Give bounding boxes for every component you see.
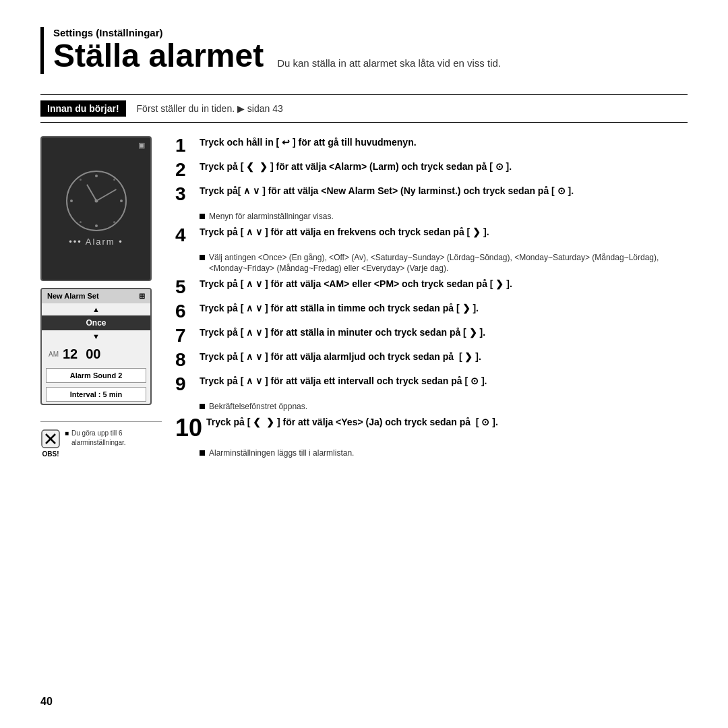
clock-dot-12 [95, 175, 98, 177]
header-subtitle: Settings (Inställningar) [53, 27, 688, 38]
step-6: 6 Tryck på [ ∧ ∨ ] för att ställa in tim… [175, 302, 688, 321]
clock-center [94, 199, 98, 202]
step-3-sub-text: Menyn för alarminställningar visas. [209, 211, 334, 222]
step-9-sub: Bekräftelsefönstret öppnas. [200, 401, 688, 413]
step-5-num: 5 [175, 278, 195, 297]
obs-icon [40, 429, 61, 449]
step-2-text: Tryck på [ ❮ ❯ ] för att välja <Alarm> (… [200, 160, 688, 174]
header-title-row: Ställa alarmet Du kan ställa in att alar… [53, 38, 688, 74]
device2-selected-option: Once [42, 315, 150, 330]
step-9-text: Tryck på [ ∧ ∨ ] för att välja ett inter… [200, 375, 688, 388]
step-9: 9 Tryck på [ ∧ ∨ ] för att välja ett int… [175, 375, 688, 394]
clock-dot-6 [95, 224, 98, 227]
step-10-sub: Alarminställningen läggs till i alarmlis… [200, 448, 688, 459]
device2-hour: 12 [63, 346, 78, 362]
step-2: 2 Tryck på [ ❮ ❯ ] för att välja <Alarm>… [175, 160, 688, 179]
device2-header: New Alarm Set ⊞ [42, 289, 150, 303]
device2-time-row: AM 12 00 [42, 342, 150, 366]
battery-icon: ▣ [138, 141, 145, 150]
step-4-sub-text: Välj antingen <Once> (En gång), <Off> (A… [209, 252, 688, 275]
note-bullet: ■ Du göra upp till 6 alarminställningar. [65, 429, 162, 448]
note-bullet-icon: ■ [65, 429, 69, 437]
note-content: ■ Du göra upp till 6 alarminställningar. [65, 429, 162, 450]
page: Settings (Inställningar) Ställa alarmet … [0, 0, 728, 728]
main-content: ▣ ••• Alarm • [40, 136, 688, 701]
clock-dot-small-3 [113, 221, 115, 223]
step-5-text: Tryck på [ ∧ ∨ ] för att välja <AM> elle… [200, 278, 688, 291]
step-10-num: 10 [175, 416, 202, 440]
step-5: 5 Tryck på [ ∧ ∨ ] för att välja <AM> el… [175, 278, 688, 297]
down-arrow-icon: ▼ [92, 332, 100, 340]
bullet-icon [200, 450, 205, 456]
step-7-text: Tryck på [ ∧ ∨ ] för att ställa in minut… [200, 326, 688, 340]
step-3-sub: Menyn för alarminställningar visas. [200, 211, 688, 222]
step-3-text: Tryck på[ ∧ ∨ ] för att välja <New Alarm… [200, 185, 688, 198]
before-bar: Innan du börjar! Först ställer du in tid… [40, 94, 688, 123]
step-9-num: 9 [175, 375, 195, 394]
device2-interval: Interval : 5 min [46, 387, 146, 402]
clock-dot-small-1 [113, 179, 115, 181]
step-1-num: 1 [175, 136, 195, 155]
step-1-text: Tryck och håll in [ ↩ ] för att gå till … [200, 136, 688, 150]
device2-sound: Alarm Sound 2 [46, 368, 146, 383]
step-7: 7 Tryck på [ ∧ ∨ ] för att ställa in min… [175, 326, 688, 345]
before-label: Innan du börjar! [40, 100, 126, 117]
clock-dot-3 [120, 200, 123, 202]
step-10-text: Tryck på [ ❮ ❯ ] för att välja <Yes> (Ja… [206, 416, 688, 429]
device2-min: 00 [86, 346, 100, 362]
step-8-text: Tryck på [ ∧ ∨ ] för att välja alarmljud… [200, 351, 688, 364]
step-4-num: 4 [175, 226, 195, 245]
header-title: Ställa alarmet [53, 38, 264, 74]
page-number: 40 [40, 696, 53, 708]
note-section: OBS! ■ Du göra upp till 6 alarminställni… [40, 419, 162, 458]
step-4-text: Tryck på [ ∧ ∨ ] för att välja en frekve… [200, 226, 688, 239]
step-9-sub-text: Bekräftelsefönstret öppnas. [209, 401, 307, 413]
step-3-num: 3 [175, 185, 195, 204]
bullet-icon [200, 214, 205, 219]
note-text: Du göra upp till 6 alarminställningar. [71, 429, 162, 448]
step-6-text: Tryck på [ ∧ ∨ ] för att ställa in timme… [200, 302, 688, 315]
divider [40, 421, 162, 422]
step-7-num: 7 [175, 326, 195, 345]
step-1: 1 Tryck och håll in [ ↩ ] för att gå til… [175, 136, 688, 155]
step-3: 3 Tryck på[ ∧ ∨ ] för att välja <New Ala… [175, 185, 688, 204]
device-screen-2: New Alarm Set ⊞ ▲ Once ▼ AM 12 00 Alarm … [40, 288, 152, 405]
step-8-num: 8 [175, 351, 195, 369]
device2-up-nav: ▲ [42, 303, 150, 315]
device2-down-nav: ▼ [42, 330, 150, 342]
step-4: 4 Tryck på [ ∧ ∨ ] för att välja en frek… [175, 226, 688, 245]
left-column: ▣ ••• Alarm • [40, 136, 162, 701]
bullet-icon [200, 255, 205, 260]
step-2-num: 2 [175, 160, 195, 179]
step-10: 10 Tryck på [ ❮ ❯ ] för att välja <Yes> … [175, 416, 688, 440]
step-8: 8 Tryck på [ ∧ ∨ ] för att välja alarmlj… [175, 351, 688, 369]
clock-dot-small-2 [80, 179, 82, 181]
step-10-sub-text: Alarminställningen läggs till i alarmlis… [209, 448, 354, 459]
alarm-label: ••• Alarm • [69, 237, 123, 247]
device2-title: New Alarm Set [47, 292, 99, 300]
device2-am: AM [49, 351, 59, 358]
note-box: OBS! ■ Du göra upp till 6 alarminställni… [40, 425, 162, 458]
bullet-icon [200, 404, 205, 409]
header-description: Du kan ställa in att alarmet ska låta vi… [277, 57, 501, 69]
device-screen-1: ▣ ••• Alarm • [40, 136, 152, 281]
note-icon-col: OBS! [40, 429, 61, 458]
before-text: Först ställer du in tiden. ▶ sidan 43 [137, 103, 283, 114]
clock-dot-small-4 [80, 221, 82, 223]
step-6-num: 6 [175, 302, 195, 321]
clock-dot-9 [70, 200, 73, 202]
obs-label: OBS! [42, 450, 59, 458]
right-column: 1 Tryck och håll in [ ↩ ] för att gå til… [175, 136, 688, 701]
clock-face [66, 171, 127, 231]
header-section: Settings (Inställningar) Ställa alarmet … [40, 27, 688, 74]
up-arrow-icon: ▲ [92, 305, 100, 313]
clock-minute-hand [96, 189, 116, 202]
step-4-sub: Välj antingen <Once> (En gång), <Off> (A… [200, 252, 688, 275]
device2-icon: ⊞ [139, 292, 145, 301]
